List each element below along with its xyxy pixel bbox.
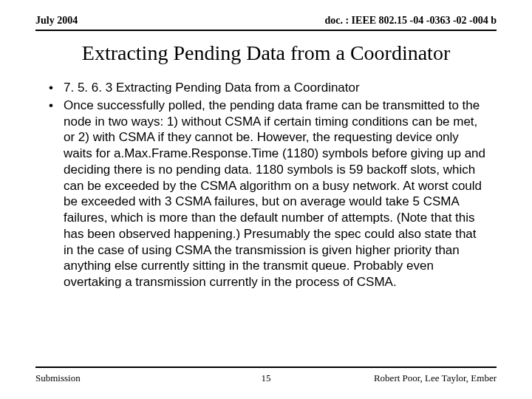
header-rule xyxy=(35,30,497,31)
footer-rule xyxy=(35,366,497,368)
header-date: July 2004 xyxy=(35,15,78,27)
slide-footer: Submission 15 Robert Poor, Lee Taylor, E… xyxy=(35,372,497,384)
slide-body: 7. 5. 6. 3 Extracting Pending Data from … xyxy=(44,80,488,292)
slide-header: July 2004 doc. : IEEE 802.15 -04 -0363 -… xyxy=(35,15,497,27)
slide: July 2004 doc. : IEEE 802.15 -04 -0363 -… xyxy=(0,0,532,399)
list-item: 7. 5. 6. 3 Extracting Pending Data from … xyxy=(44,80,488,96)
footer-authors: Robert Poor, Lee Taylor, Ember xyxy=(374,372,497,384)
slide-title: Extracting Pending Data from a Coordinat… xyxy=(0,41,532,65)
footer-left: Submission xyxy=(35,372,81,384)
bullet-list: 7. 5. 6. 3 Extracting Pending Data from … xyxy=(44,80,488,290)
list-item: Once successfully polled, the pending da… xyxy=(44,98,488,290)
header-doc-id: doc. : IEEE 802.15 -04 -0363 -02 -004 b xyxy=(324,15,497,27)
